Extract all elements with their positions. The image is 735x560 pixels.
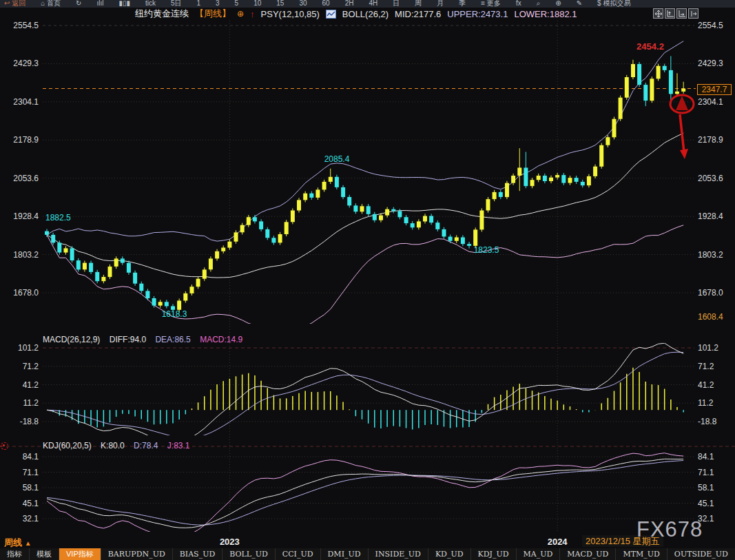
axis-tick: 2304.1	[698, 97, 735, 107]
axis-tick: 2178.9	[0, 135, 39, 145]
axis-tick: 41.2	[698, 380, 735, 390]
tab-MACD_UD[interactable]: MACD_UD	[560, 548, 616, 560]
axis-tick: 58.1	[698, 483, 735, 492]
axis-tick: 32.1	[0, 514, 39, 523]
axis-tick: 1803.2	[698, 250, 735, 260]
tab-BOLL_UD[interactable]: BOLL_UD	[222, 548, 276, 560]
macd-title: MACD(26,12,9)	[43, 335, 100, 344]
macd-dea-value: DEA:86.5	[155, 335, 190, 344]
axis-tick: 32.1	[698, 514, 735, 523]
kdj-k-value: K:80.0	[101, 441, 125, 450]
trading-app: ↩ 返回⌂ 首页↻ ılıl ▮▯▮ tick5日135101530602H4H…	[0, 0, 735, 560]
axis-tick: 2053.6	[698, 174, 735, 183]
tab-KDJ_UD[interactable]: KDJ_UD	[471, 548, 517, 560]
current-price-badge: 2347.7	[697, 84, 732, 95]
axis-tick: 2429.3	[698, 59, 735, 68]
tab-MTM_UD[interactable]: MTM_UD	[616, 548, 667, 560]
tab-OUTSIDE_UD[interactable]: OUTSIDE_UD	[667, 548, 735, 560]
tab-模板[interactable]: 模板	[30, 548, 59, 560]
tab-CCI_UD[interactable]: CCI_UD	[276, 548, 321, 560]
axis-tick: 2304.1	[0, 97, 39, 107]
price-annotation: 2085.4	[324, 154, 350, 164]
price-annotation: 2454.2	[636, 41, 664, 52]
axis-tick: 58.1	[0, 483, 39, 492]
record-dot-icon	[1, 442, 8, 450]
kdj-d-value: D:78.4	[134, 441, 158, 450]
axis-tick: -18.8	[698, 417, 735, 426]
axis-tick: 71.2	[0, 362, 39, 371]
indicator-tab-bar: 指标模板VIP指标BARUPDN_UDBIAS_UDBOLL_UDCCI_UDD…	[0, 548, 735, 560]
macd-diff-value: DIFF:94.0	[110, 335, 146, 344]
year-label-2023: 2023	[220, 537, 240, 547]
axis-tick: 45.1	[0, 499, 39, 508]
axis-tick: 101.2	[0, 343, 39, 353]
tab-指标[interactable]: 指标	[0, 548, 30, 560]
fx678-watermark: FX678	[636, 517, 703, 542]
kdj-pane-header: KDJ(60,20,5) K:80.0 D:78.4 J:83.1	[43, 441, 197, 450]
axis-tick: 1678.0	[698, 288, 735, 298]
axis-tick: 41.2	[0, 380, 39, 390]
axis-tick: 2554.5	[698, 21, 735, 30]
axis-tick: 1803.2	[0, 250, 39, 260]
price-annotation: 1823.5	[474, 245, 499, 255]
axis-tick: 1678.0	[0, 288, 39, 298]
axis-tick: 71.2	[698, 362, 735, 371]
axis-tick: 71.1	[0, 468, 39, 477]
timeframe-indicator[interactable]: 周线 ▲	[4, 537, 32, 549]
axis-tick: 1928.4	[698, 211, 735, 221]
tab-INSIDE_UD[interactable]: INSIDE_UD	[369, 548, 428, 560]
axis-tick: 45.1	[698, 499, 735, 508]
macd-hist-value: MACD:14.9	[200, 335, 242, 344]
axis-tick: 2178.9	[698, 135, 735, 145]
kdj-title: KDJ(60,20,5)	[43, 441, 92, 450]
tab-MA_UD[interactable]: MA_UD	[517, 548, 561, 560]
axis-tick: 84.1	[698, 452, 735, 462]
axis-tick: 2053.6	[0, 174, 39, 183]
tab-KD_UD[interactable]: KD_UD	[428, 548, 471, 560]
tab-VIP指标[interactable]: VIP指标	[59, 548, 101, 560]
tab-BIAS_UD[interactable]: BIAS_UD	[173, 548, 223, 560]
chart-canvas[interactable]	[0, 0, 735, 560]
macd-pane-header: MACD(26,12,9) DIFF:94.0 DEA:86.5 MACD:14…	[43, 335, 249, 344]
axis-tick: 2429.3	[0, 59, 39, 68]
tab-DMI_UD[interactable]: DMI_UD	[321, 548, 369, 560]
up-triangle-icon: ▲	[25, 539, 32, 547]
year-label-2024: 2024	[548, 537, 568, 547]
axis-tick: 1608.4	[698, 312, 735, 322]
kdj-j-value: J:83.1	[167, 441, 190, 450]
tab-BARUPDN_UD[interactable]: BARUPDN_UD	[101, 548, 173, 560]
axis-tick: 2554.5	[0, 21, 39, 30]
axis-tick: -18.8	[0, 417, 39, 426]
axis-tick: 101.2	[698, 343, 735, 353]
axis-tick: 11.2	[0, 398, 39, 408]
axis-tick: 84.1	[0, 452, 39, 462]
axis-tick: 71.1	[698, 468, 735, 477]
axis-tick: 11.2	[698, 398, 735, 408]
price-annotation: 1618.3	[162, 309, 187, 319]
axis-tick: 1928.4	[0, 211, 39, 221]
price-annotation: 1882.5	[45, 213, 71, 222]
